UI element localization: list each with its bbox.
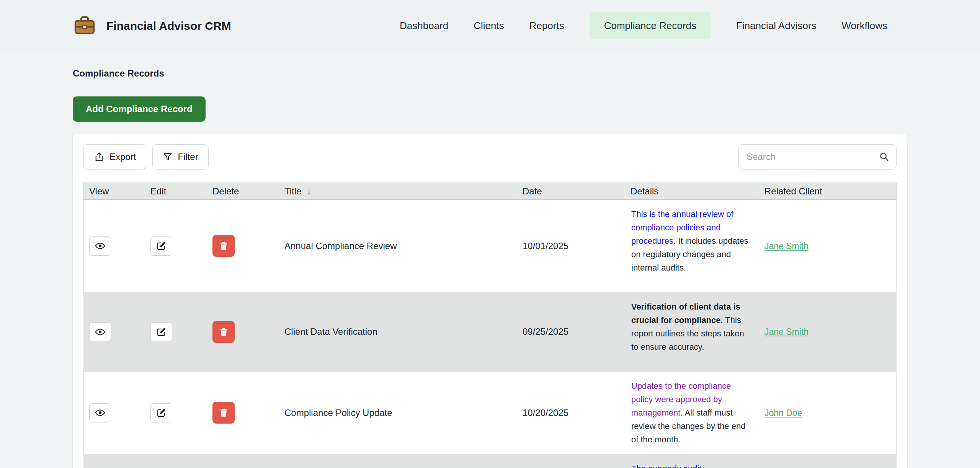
table-row: Annual Compliance Review 10/01/2025 This…	[84, 200, 897, 292]
row-title: Compliance Policy Update	[279, 372, 517, 454]
pencil-square-icon	[157, 241, 166, 251]
search-icon	[879, 152, 890, 162]
add-compliance-record-button[interactable]: Add Compliance Record	[73, 96, 206, 122]
related-client-link[interactable]: Jane Smith	[764, 241, 808, 251]
row-date	[517, 454, 625, 468]
nav-item-financial-advisors[interactable]: Financial Advisors	[736, 20, 817, 32]
delete-button[interactable]	[212, 235, 235, 257]
eye-icon	[95, 327, 105, 337]
toolbar-left: Export Filter	[83, 144, 209, 170]
table-row: The quarterly audit	[84, 454, 897, 468]
column-header-delete[interactable]: Delete	[207, 183, 279, 200]
eye-icon	[95, 408, 105, 418]
edit-button[interactable]	[150, 236, 172, 256]
related-client-link[interactable]: John Doe	[764, 408, 802, 418]
app-header: Financial Advisor CRM Dashboard Clients …	[0, 0, 980, 52]
row-date: 10/01/2025	[517, 200, 625, 292]
table-toolbar: Export Filter	[83, 144, 897, 170]
table-row: Compliance Policy Update 10/20/2025 Upda…	[84, 372, 897, 454]
row-details: This is the annual review of compliance …	[625, 200, 759, 292]
edit-button[interactable]	[150, 322, 172, 341]
filter-button[interactable]: Filter	[152, 144, 208, 170]
nav-item-reports[interactable]: Reports	[529, 20, 564, 32]
column-header-title-label: Title	[284, 186, 301, 197]
column-header-details[interactable]: Details	[625, 183, 759, 200]
app-title: Financial Advisor CRM	[106, 20, 231, 33]
filter-label: Filter	[178, 152, 198, 162]
column-header-edit[interactable]: Edit	[145, 183, 207, 200]
compliance-records-table: View Edit Delete Title ↓ Date Details Re…	[83, 183, 897, 468]
column-header-view[interactable]: View	[84, 183, 145, 200]
nav-item-compliance-records[interactable]: Compliance Records	[590, 12, 711, 39]
trash-icon	[219, 241, 229, 251]
column-header-date[interactable]: Date	[517, 183, 625, 200]
row-title: Client Data Verification	[279, 292, 517, 372]
search-input[interactable]	[738, 144, 897, 170]
trash-icon	[219, 327, 229, 337]
related-client-link[interactable]: Jane Smith	[764, 327, 808, 337]
edit-button[interactable]	[150, 403, 172, 422]
main-content: Compliance Records Add Compliance Record…	[0, 52, 980, 468]
export-icon	[94, 152, 105, 162]
nav-item-dashboard[interactable]: Dashboard	[400, 20, 448, 32]
view-button[interactable]	[89, 403, 111, 422]
eye-icon	[95, 241, 105, 251]
column-header-related-client[interactable]: Related Client	[759, 183, 897, 200]
briefcase-icon	[73, 14, 96, 38]
pencil-square-icon	[157, 327, 166, 337]
table-header-row: View Edit Delete Title ↓ Date Details Re…	[84, 183, 897, 200]
nav-item-workflows[interactable]: Workflows	[842, 20, 887, 32]
row-details: Updates to the compliance policy were ap…	[625, 372, 759, 454]
export-button[interactable]: Export	[83, 144, 146, 170]
row-details: Verification of client data is crucial f…	[625, 292, 759, 372]
row-date: 09/25/2025	[517, 292, 625, 372]
sort-descending-icon[interactable]: ↓	[307, 186, 311, 197]
main-nav: Dashboard Clients Reports Compliance Rec…	[400, 12, 887, 39]
delete-button[interactable]	[212, 402, 235, 424]
export-label: Export	[109, 152, 136, 162]
row-title: Annual Compliance Review	[279, 200, 517, 292]
page-title: Compliance Records	[73, 68, 907, 79]
table-row: Client Data Verification 09/25/2025 Veri…	[84, 292, 897, 372]
view-button[interactable]	[89, 236, 111, 256]
brand: Financial Advisor CRM	[73, 14, 231, 38]
row-details: The quarterly audit	[625, 454, 759, 468]
records-card: Export Filter	[73, 134, 907, 468]
trash-icon	[219, 408, 229, 418]
funnel-icon	[163, 152, 173, 162]
delete-button[interactable]	[212, 321, 235, 343]
row-date: 10/20/2025	[517, 372, 625, 454]
view-button[interactable]	[89, 322, 111, 341]
pencil-square-icon	[157, 408, 166, 417]
nav-item-clients[interactable]: Clients	[474, 20, 504, 32]
search-container	[738, 144, 897, 170]
column-header-title[interactable]: Title ↓	[279, 183, 517, 200]
details-link[interactable]: The quarterly audit	[631, 464, 701, 468]
row-title	[279, 454, 517, 468]
